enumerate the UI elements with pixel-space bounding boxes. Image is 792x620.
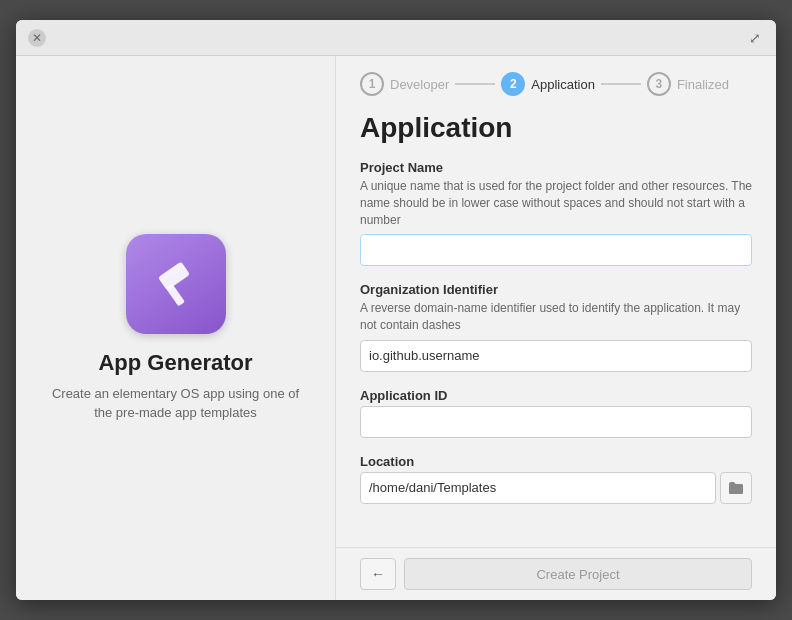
step-3: 3 Finalized: [647, 72, 729, 96]
step-3-label: Finalized: [677, 77, 729, 92]
hammer-icon: [150, 258, 202, 310]
step-2-circle: 2: [501, 72, 525, 96]
location-input[interactable]: [360, 472, 716, 504]
back-button[interactable]: ←: [360, 558, 396, 590]
left-panel: App Generator Create an elementary OS ap…: [16, 56, 336, 600]
app-icon: [126, 234, 226, 334]
location-row: [360, 472, 752, 504]
page-title: Application: [360, 112, 752, 144]
org-identifier-group: Organization Identifier A reverse domain…: [360, 282, 752, 372]
step-2-label: Application: [531, 77, 595, 92]
folder-icon: [728, 481, 744, 495]
app-id-label: Application ID: [360, 388, 752, 403]
app-generator-title: App Generator: [98, 350, 252, 376]
org-identifier-label: Organization Identifier: [360, 282, 752, 297]
app-id-group: Application ID: [360, 388, 752, 438]
titlebar: ✕ ⤢: [16, 20, 776, 56]
close-button[interactable]: ✕: [28, 29, 46, 47]
form-area: Application Project Name A unique name t…: [336, 104, 776, 547]
step-connector-2: [601, 83, 641, 85]
step-1-label: Developer: [390, 77, 449, 92]
app-id-input[interactable]: [360, 406, 752, 438]
location-group: Location: [360, 454, 752, 504]
app-generator-desc: Create an elementary OS app using one of…: [48, 384, 303, 423]
location-label: Location: [360, 454, 752, 469]
create-project-button: Create Project: [404, 558, 752, 590]
project-name-group: Project Name A unique name that is used …: [360, 160, 752, 266]
main-window: ✕ ⤢ App Generator Create an elementary O…: [16, 20, 776, 600]
project-name-label: Project Name: [360, 160, 752, 175]
project-name-desc: A unique name that is used for the proje…: [360, 178, 752, 228]
step-2: 2 Application: [501, 72, 595, 96]
step-1: 1 Developer: [360, 72, 449, 96]
step-connector-1: [455, 83, 495, 85]
bottom-bar: ← Create Project: [336, 547, 776, 600]
org-identifier-input[interactable]: [360, 340, 752, 372]
browse-button[interactable]: [720, 472, 752, 504]
project-name-input[interactable]: [360, 234, 752, 266]
stepper: 1 Developer 2 Application 3 Finalized: [336, 56, 776, 104]
right-panel: 1 Developer 2 Application 3 Finalized Ap…: [336, 56, 776, 600]
org-identifier-desc: A reverse domain-name identifier used to…: [360, 300, 752, 334]
step-3-circle: 3: [647, 72, 671, 96]
window-body: App Generator Create an elementary OS ap…: [16, 56, 776, 600]
expand-button[interactable]: ⤢: [746, 29, 764, 47]
step-1-circle: 1: [360, 72, 384, 96]
